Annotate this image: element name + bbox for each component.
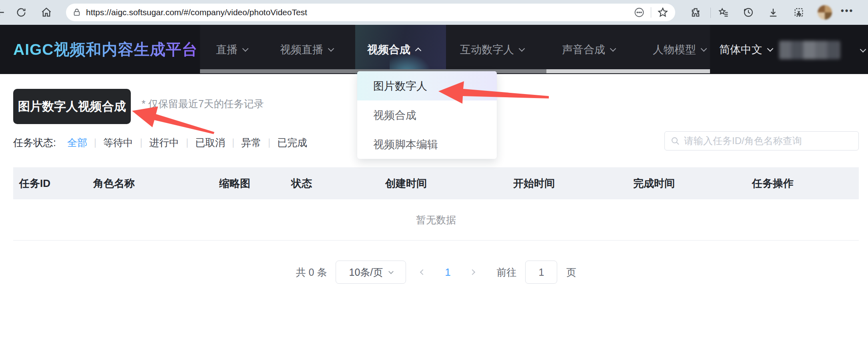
dropdown-item-photo-digital-human[interactable]: 图片数字人 — [357, 71, 497, 100]
pagination-bar: 共 0 条 10条/页 1 前往 页 — [13, 259, 859, 285]
profile-avatar[interactable] — [818, 5, 832, 20]
col-finish-time: 完成时间 — [633, 177, 752, 191]
ellipsis-circle-icon[interactable] — [632, 6, 646, 19]
col-thumbnail: 缩略图 — [219, 177, 291, 191]
divider — [710, 8, 711, 18]
screenshot-icon[interactable] — [792, 6, 806, 19]
page-size-select[interactable]: 10条/页 — [336, 261, 406, 284]
favorite-star-icon[interactable] — [656, 6, 670, 19]
goto-page-input[interactable] — [525, 261, 557, 284]
filter-waiting[interactable]: 等待中 — [103, 136, 133, 149]
goto-label: 前往 — [496, 266, 516, 279]
nav-item-interactive-avatar[interactable]: 互动数字人 — [460, 25, 524, 74]
video-synthesis-dropdown: 图片数字人 视频合成 视频脚本编辑 — [357, 71, 497, 159]
chevron-down-icon — [242, 46, 249, 52]
filter-all[interactable]: 全部 — [67, 136, 87, 149]
refresh-icon[interactable] — [14, 6, 28, 19]
task-search-box[interactable] — [664, 131, 859, 150]
blurred-username — [779, 41, 840, 59]
col-task-actions: 任务操作 — [752, 177, 859, 191]
task-status-filter-bar: 任务状态: 全部 | 等待中 | 进行中 | 已取消 | 异常 | 已完成 — [13, 136, 307, 149]
download-icon[interactable] — [766, 6, 780, 19]
history-icon[interactable] — [742, 6, 755, 19]
task-table: 任务ID 角色名称 缩略图 状态 创建时间 开始时间 完成时间 任务操作 暂无数… — [13, 167, 859, 241]
dropdown-item-video-script-edit[interactable]: 视频脚本编辑 — [357, 130, 497, 159]
table-header-row: 任务ID 角色名称 缩略图 状态 创建时间 开始时间 完成时间 任务操作 — [13, 167, 859, 199]
total-count: 共 0 条 — [296, 266, 327, 279]
browser-toolbar: https://aigc.softsugar.com/#/company/vid… — [0, 0, 868, 25]
more-options-icon[interactable]: ••• — [841, 6, 854, 16]
page-unit-label: 页 — [566, 266, 576, 279]
col-create-time: 创建时间 — [385, 177, 513, 191]
chevron-down-icon — [610, 46, 616, 52]
current-page[interactable]: 1 — [440, 266, 456, 279]
chevron-up-icon — [415, 48, 422, 54]
extensions-icon[interactable] — [689, 6, 702, 19]
search-input[interactable] — [684, 135, 853, 146]
next-page-button[interactable] — [464, 270, 480, 274]
task-status-label: 任务状态: — [13, 136, 56, 149]
divider — [651, 7, 651, 18]
dropdown-item-video-synthesis[interactable]: 视频合成 — [357, 100, 497, 130]
col-role-name: 角色名称 — [93, 177, 219, 191]
col-start-time: 开始时间 — [513, 177, 633, 191]
nav-menu-zone — [200, 25, 710, 74]
filter-in-progress[interactable]: 进行中 — [149, 136, 179, 149]
search-icon — [670, 136, 680, 146]
url-text[interactable]: https://aigc.softsugar.com/#/company/vid… — [86, 8, 632, 17]
chevron-down-icon — [328, 46, 334, 52]
retention-note: * 仅保留最近7天的任务记录 — [142, 97, 264, 110]
nav-item-voice-synthesis[interactable]: 声音合成 — [562, 25, 615, 74]
chevron-down-icon — [701, 46, 707, 52]
site-logo[interactable]: AIGC视频和内容生成平台 — [13, 25, 198, 74]
chevron-down-icon — [767, 46, 774, 52]
chevron-down-icon — [860, 46, 866, 53]
nav-item-live[interactable]: 直播 — [216, 25, 248, 74]
home-icon[interactable] — [40, 6, 53, 19]
nav-item-video-synthesis[interactable]: 视频合成 — [367, 25, 420, 74]
table-empty-state: 暂无数据 — [13, 199, 859, 241]
lock-icon — [72, 6, 82, 19]
collections-icon[interactable] — [717, 6, 730, 19]
address-bar[interactable]: https://aigc.softsugar.com/#/company/vid… — [66, 4, 675, 21]
filter-error[interactable]: 异常 — [241, 136, 261, 149]
nav-item-character-model[interactable]: 人物模型 — [653, 25, 706, 74]
back-icon[interactable] — [0, 6, 7, 19]
filter-completed[interactable]: 已完成 — [277, 136, 307, 149]
nav-item-video-live[interactable]: 视频直播 — [280, 25, 333, 74]
user-account[interactable] — [779, 25, 840, 74]
create-video-button[interactable]: 图片数字人视频合成 — [13, 89, 131, 124]
language-selector[interactable]: 简体中文 — [719, 25, 772, 74]
chevron-down-icon — [388, 269, 394, 274]
filter-cancelled[interactable]: 已取消 — [195, 136, 225, 149]
red-arrow-button-annotation — [132, 106, 214, 134]
col-status: 状态 — [291, 177, 385, 191]
site-navigation: AIGC视频和内容生成平台 直播 视频直播 视频合成 互动数字人 声音合成 人物… — [0, 25, 868, 74]
chevron-down-icon — [519, 46, 525, 52]
prev-page-button[interactable] — [415, 270, 431, 274]
col-task-id: 任务ID — [19, 177, 93, 191]
